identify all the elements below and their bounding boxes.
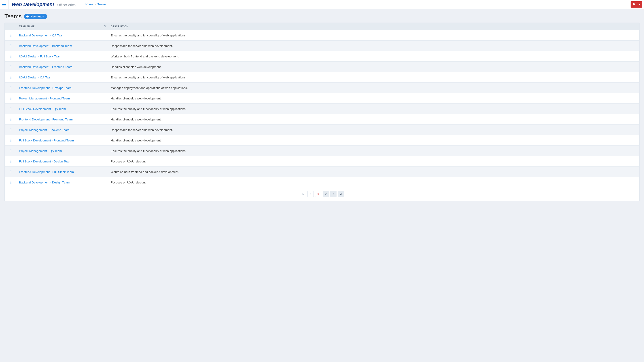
- team-name-link[interactable]: Full Stack Development - Design Team: [19, 160, 71, 163]
- svg-point-45: [10, 170, 11, 171]
- svg-point-18: [10, 76, 11, 76]
- team-name-link[interactable]: Frontend Development - Full Stack Team: [19, 170, 74, 174]
- pagination: 12: [5, 187, 639, 201]
- column-header-description-label: Description: [111, 25, 128, 28]
- team-name-link[interactable]: UX/UI Design - QA Team: [19, 76, 52, 79]
- team-name-link[interactable]: Project Management - Frontend Team: [19, 97, 70, 100]
- page-title: Teams: [4, 13, 22, 20]
- svg-point-6: [10, 34, 11, 34]
- row-actions-button[interactable]: [10, 127, 12, 132]
- svg-point-24: [10, 97, 11, 97]
- more-vertical-icon: [10, 149, 12, 152]
- svg-point-13: [10, 56, 11, 56]
- svg-point-33: [10, 128, 11, 129]
- row-actions-button[interactable]: [10, 117, 12, 122]
- row-actions-button[interactable]: [10, 159, 12, 164]
- row-actions-button[interactable]: [10, 64, 12, 69]
- svg-point-34: [10, 129, 11, 130]
- row-actions-button[interactable]: [10, 43, 12, 48]
- breadcrumb-separator-icon: »: [95, 3, 96, 6]
- row-actions-button[interactable]: [10, 33, 12, 38]
- brand-subtitle: OfficeSeries: [57, 3, 75, 7]
- svg-point-25: [10, 98, 11, 98]
- hamburger-icon: [2, 3, 6, 6]
- row-actions-button[interactable]: [10, 96, 12, 101]
- svg-point-14: [10, 57, 11, 58]
- table-row: Project Management - QA TeamEnsures the …: [5, 146, 639, 156]
- notifications-dropdown-button[interactable]: [637, 1, 642, 7]
- chevron-right-icon: [332, 192, 335, 195]
- team-name-link[interactable]: Frontend Development - Frontend Team: [19, 118, 73, 121]
- svg-point-23: [10, 88, 11, 89]
- more-vertical-icon: [10, 86, 12, 89]
- row-actions-button[interactable]: [10, 138, 12, 143]
- svg-point-32: [10, 120, 11, 121]
- svg-point-17: [10, 67, 11, 68]
- row-actions-button[interactable]: [10, 169, 12, 174]
- team-description: Manages deployment and operations of web…: [109, 83, 639, 93]
- team-name-link[interactable]: Project Management - QA Team: [19, 149, 62, 153]
- team-name-link[interactable]: Full Stack Development - Frontend Team: [19, 139, 74, 142]
- svg-point-9: [10, 44, 11, 45]
- more-vertical-icon: [10, 34, 12, 37]
- row-actions-button[interactable]: [10, 148, 12, 153]
- filter-icon: [104, 25, 107, 27]
- row-actions-button[interactable]: [10, 75, 12, 80]
- table-row: Project Management - Frontend TeamHandle…: [5, 93, 639, 104]
- column-header-name[interactable]: Team Name: [17, 23, 109, 30]
- filter-name-button[interactable]: [104, 25, 107, 28]
- team-description: Handles client-side web development.: [109, 135, 639, 146]
- new-team-button-label: New team: [31, 15, 44, 18]
- page-first-button: [300, 191, 306, 197]
- row-actions-button[interactable]: [10, 85, 12, 90]
- team-name-link[interactable]: Project Management - Backend Team: [19, 128, 70, 132]
- team-description: Ensures the quality and functionality of…: [109, 104, 639, 114]
- more-vertical-icon: [10, 139, 12, 142]
- column-header-description[interactable]: Description: [109, 23, 639, 30]
- team-name-link[interactable]: Backend Development - Design Team: [19, 181, 70, 184]
- svg-point-11: [10, 46, 11, 47]
- breadcrumb-home[interactable]: Home: [86, 3, 94, 6]
- svg-point-20: [10, 78, 11, 79]
- page-prev-button: [308, 191, 314, 197]
- page-header: Teams New team: [4, 13, 640, 20]
- row-actions-button[interactable]: [10, 106, 12, 111]
- table-row: Backend Development - Frontend TeamHandl…: [5, 62, 639, 72]
- row-actions-button[interactable]: [10, 180, 12, 185]
- row-actions-button[interactable]: [10, 54, 12, 59]
- table-row: Frontend Development - Full Stack TeamWo…: [5, 167, 639, 177]
- table-row: UX/UI Design - Full Stack TeamWorks on b…: [5, 51, 639, 62]
- team-name-link[interactable]: Backend Development - Backend Team: [19, 44, 72, 48]
- table-row: UX/UI Design - QA TeamEnsures the qualit…: [5, 72, 639, 83]
- breadcrumb-current: Teams: [98, 3, 106, 6]
- menu-toggle-button[interactable]: [0, 0, 8, 9]
- more-vertical-icon: [10, 128, 12, 131]
- svg-point-19: [10, 77, 11, 77]
- svg-point-26: [10, 99, 11, 100]
- team-name-link[interactable]: Full Stack Development - QA Team: [19, 107, 66, 111]
- new-team-button[interactable]: New team: [24, 14, 48, 19]
- team-description: Works on both frontend and backend devel…: [109, 51, 639, 62]
- page-next-button[interactable]: [330, 191, 336, 197]
- svg-point-38: [10, 141, 11, 142]
- team-name-link[interactable]: UX/UI Design - Full Stack Team: [19, 55, 62, 58]
- svg-point-49: [10, 182, 11, 183]
- svg-point-39: [10, 149, 11, 150]
- more-vertical-icon: [10, 65, 12, 68]
- table-row: Full Stack Development - QA TeamEnsures …: [5, 104, 639, 114]
- notifications-button[interactable]: [630, 1, 637, 7]
- column-header-actions: [5, 23, 17, 30]
- svg-point-42: [10, 160, 11, 160]
- table-row: Full Stack Development - Frontend TeamHa…: [5, 135, 639, 146]
- svg-point-15: [10, 65, 11, 66]
- team-name-link[interactable]: Frontend Development - DevOps Team: [19, 86, 72, 90]
- page-last-button[interactable]: [338, 191, 344, 197]
- team-name-link[interactable]: Backend Development - Frontend Team: [19, 65, 72, 69]
- more-vertical-icon: [10, 160, 12, 163]
- team-name-link[interactable]: Backend Development - QA Team: [19, 34, 64, 37]
- svg-point-40: [10, 150, 11, 151]
- page-number-button[interactable]: 2: [323, 191, 329, 197]
- svg-point-48: [10, 181, 11, 181]
- svg-point-16: [10, 66, 11, 67]
- svg-point-21: [10, 86, 11, 87]
